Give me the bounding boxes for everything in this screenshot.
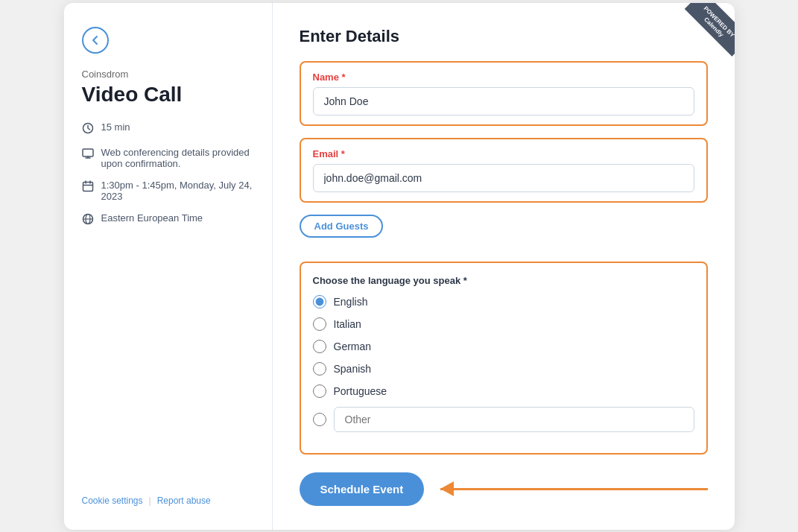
ribbon-text: POWERED BYCalendly bbox=[684, 3, 734, 57]
duration-item: 15 min bbox=[82, 121, 254, 136]
add-guests-button[interactable]: Add Guests bbox=[300, 215, 384, 238]
radio-other[interactable] bbox=[313, 413, 326, 426]
svg-rect-2 bbox=[83, 182, 92, 191]
page-title: Enter Details bbox=[300, 27, 708, 46]
timezone-text: Eastern European Time bbox=[101, 212, 203, 224]
duration-text: 15 min bbox=[101, 121, 130, 133]
cookie-settings-link[interactable]: Cookie settings bbox=[82, 495, 143, 506]
back-arrow-icon bbox=[89, 34, 101, 46]
other-language-input[interactable] bbox=[334, 407, 694, 432]
event-title: Video Call bbox=[82, 83, 254, 107]
event-meta-list: 15 min Web conferencing details provided… bbox=[82, 121, 254, 227]
main-card: POWERED BYCalendly Coinsdrom Video Call bbox=[64, 3, 735, 530]
sidebar: Coinsdrom Video Call 15 min bbox=[64, 3, 273, 530]
datetime-text: 1:30pm - 1:45pm, Monday, July 24, 2023 bbox=[101, 180, 254, 202]
email-field-group: Email * bbox=[300, 138, 708, 203]
name-input[interactable] bbox=[313, 87, 694, 115]
radio-english[interactable] bbox=[313, 295, 326, 308]
calendar-icon bbox=[82, 180, 94, 194]
powered-by-ribbon: POWERED BYCalendly bbox=[675, 3, 735, 63]
schedule-row: Schedule Event bbox=[300, 472, 708, 506]
footer-separator: | bbox=[149, 495, 151, 506]
conferencing-text: Web conferencing details provided upon c… bbox=[101, 147, 254, 169]
main-content: Enter Details Name * Email * Add Guests bbox=[273, 3, 735, 530]
name-label: Name * bbox=[313, 72, 694, 83]
schedule-event-button[interactable]: Schedule Event bbox=[300, 472, 425, 506]
radio-portuguese[interactable] bbox=[313, 384, 326, 398]
svg-rect-1 bbox=[83, 149, 93, 156]
back-button[interactable] bbox=[82, 27, 109, 54]
footer-links: Cookie settings | Report abuse bbox=[82, 466, 254, 506]
option-other[interactable] bbox=[313, 407, 694, 432]
datetime-item: 1:30pm - 1:45pm, Monday, July 24, 2023 bbox=[82, 180, 254, 202]
radio-german[interactable] bbox=[313, 340, 326, 353]
arrow-decoration bbox=[439, 481, 707, 496]
option-italian[interactable]: Italian bbox=[313, 317, 694, 331]
language-label: Choose the language you speak * bbox=[313, 275, 694, 286]
clock-icon bbox=[82, 122, 94, 136]
option-german[interactable]: German bbox=[313, 340, 694, 353]
label-italian: Italian bbox=[334, 318, 361, 330]
email-input[interactable] bbox=[313, 164, 694, 192]
radio-italian[interactable] bbox=[313, 317, 326, 331]
globe-icon bbox=[82, 213, 94, 227]
arrow-bar bbox=[440, 488, 707, 490]
option-english[interactable]: English bbox=[313, 295, 694, 308]
monitor-icon bbox=[82, 148, 94, 162]
option-portuguese[interactable]: Portuguese bbox=[313, 384, 694, 398]
radio-spanish[interactable] bbox=[313, 362, 326, 376]
language-section: Choose the language you speak * English … bbox=[300, 262, 708, 455]
label-german: German bbox=[334, 341, 372, 352]
company-name: Coinsdrom bbox=[82, 69, 254, 80]
option-spanish[interactable]: Spanish bbox=[313, 362, 694, 376]
timezone-item: Eastern European Time bbox=[82, 212, 254, 227]
report-abuse-link[interactable]: Report abuse bbox=[157, 495, 211, 506]
label-spanish: Spanish bbox=[334, 363, 372, 375]
email-label: Email * bbox=[313, 148, 694, 159]
label-portuguese: Portuguese bbox=[334, 385, 387, 397]
add-guests-container: Add Guests bbox=[300, 215, 708, 250]
conferencing-item: Web conferencing details provided upon c… bbox=[82, 147, 254, 169]
name-field-group: Name * bbox=[300, 61, 708, 126]
label-english: English bbox=[334, 296, 368, 308]
